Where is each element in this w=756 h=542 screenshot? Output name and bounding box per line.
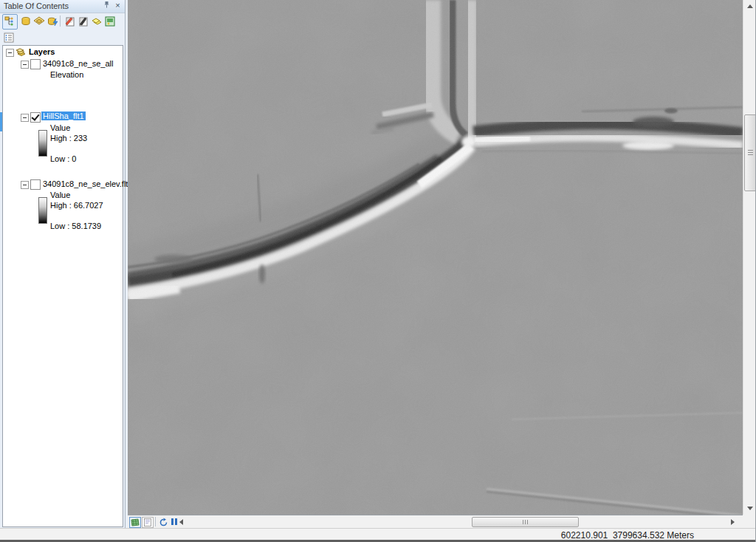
checkbox-layer-2[interactable] xyxy=(30,112,41,123)
layout-view-button[interactable] xyxy=(142,517,154,528)
dock-tab-indicator[interactable] xyxy=(0,112,2,131)
map-bottom-bar xyxy=(128,515,743,529)
layer-3-color-ramp xyxy=(38,197,47,224)
scroll-right-button[interactable] xyxy=(727,517,738,527)
toc-secondary-toolbar xyxy=(0,31,125,44)
list-by-selection-button[interactable] xyxy=(45,14,61,30)
toolbar-separator xyxy=(60,16,61,27)
toc-titlebar[interactable]: Table Of Contents × xyxy=(0,0,125,13)
list-by-drawing-order-button[interactable] xyxy=(2,14,18,30)
checkbox-layer-3[interactable] xyxy=(30,179,41,190)
expander-layer-3[interactable] xyxy=(21,181,29,189)
table-of-contents-panel: Table Of Contents × xyxy=(0,0,126,528)
layers-group-icon xyxy=(15,47,27,61)
vertical-scrollbar[interactable] xyxy=(743,0,756,515)
close-icon[interactable]: × xyxy=(113,1,123,10)
map-view[interactable] xyxy=(128,0,743,515)
scroll-down-button[interactable] xyxy=(743,502,756,514)
hillshade-raster xyxy=(128,0,743,515)
layer-3-value-label: Value xyxy=(50,191,70,199)
scroll-left-button[interactable] xyxy=(176,517,187,527)
expander-layer-1[interactable] xyxy=(21,61,29,69)
layers-root-label[interactable]: Layers xyxy=(29,47,55,56)
layer-2-value-label: Value xyxy=(50,123,70,132)
layer-2-high-label: High : 233 xyxy=(50,134,87,143)
scrollbar-corner xyxy=(743,515,756,528)
toc-options-icon[interactable] xyxy=(2,31,16,45)
scroll-up-button[interactable] xyxy=(743,0,756,12)
layer-1-legend-label: Elevation xyxy=(50,70,83,79)
raster-view-button[interactable] xyxy=(103,14,118,30)
arcmap-window: Table Of Contents × xyxy=(0,0,756,542)
toc-toolbar xyxy=(0,13,125,30)
checkbox-layer-1[interactable] xyxy=(30,59,41,69)
layer-3-low-label: Low : 58.1739 xyxy=(50,222,101,230)
toc-layer-tree: Layers 34091c8_ne_se_all Elevation HillS… xyxy=(2,45,123,527)
layer-1-name[interactable]: 34091c8_ne_se_all xyxy=(43,59,113,68)
pin-icon[interactable] xyxy=(102,1,111,10)
layer-3-name[interactable]: 34091c8_ne_se_elev.flt xyxy=(43,179,128,188)
expander-layers[interactable] xyxy=(6,49,14,57)
layer-2-name[interactable]: HillSha_flt1 xyxy=(41,112,86,120)
data-view-button[interactable] xyxy=(129,517,141,528)
refresh-icon[interactable] xyxy=(159,517,169,527)
coordinate-readout: 602210.901 3799634.532 Meters xyxy=(561,530,694,541)
expander-layer-2[interactable] xyxy=(21,114,29,122)
horizontal-scroll-thumb[interactable] xyxy=(472,517,579,527)
layer-2-low-label: Low : 0 xyxy=(50,154,76,163)
viewbar-separator xyxy=(155,517,156,526)
toc-title: Table Of Contents xyxy=(4,1,69,10)
layer-3-high-label: High : 66.7027 xyxy=(50,201,103,210)
layer-2-color-ramp xyxy=(38,130,47,157)
vertical-scroll-thumb[interactable] xyxy=(744,114,756,191)
